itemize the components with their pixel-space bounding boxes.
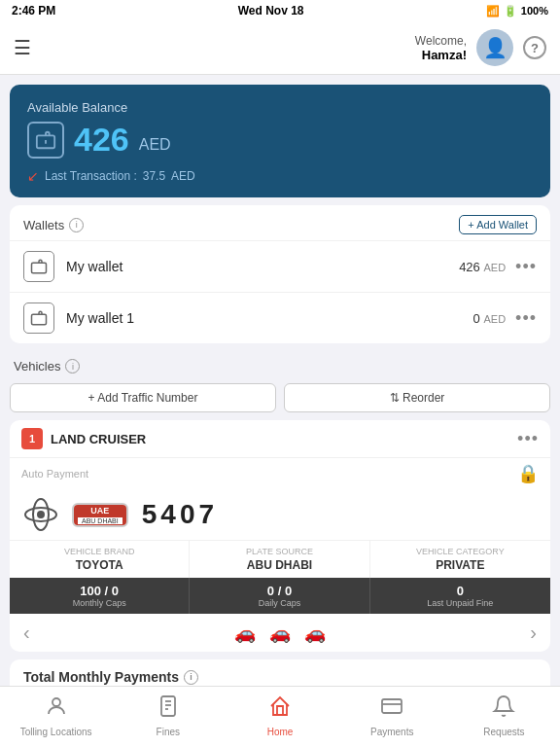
auto-payment-label: Auto Payment <box>21 468 88 480</box>
vehicle-category-value: PRIVATE <box>380 558 541 572</box>
balance-value: 426 <box>74 121 129 159</box>
wallet-item-icon-1 <box>23 302 54 334</box>
auto-payment-toggle-icon[interactable]: 🔒 <box>517 463 539 484</box>
vehicle-category-cell: Vehicle Category PRIVATE <box>370 541 550 578</box>
vehicle-name: LAND CRUISER <box>51 432 146 446</box>
last-tx-label: Last Transaction : <box>45 169 137 183</box>
svg-rect-3 <box>32 314 47 325</box>
plate-source-label: Plate Source <box>199 547 359 556</box>
hamburger-menu[interactable]: ☰ <box>14 36 31 59</box>
battery-icon: 🔋 <box>504 5 517 18</box>
wallets-title-area: Wallets i <box>23 218 84 232</box>
last-fine-label: Last Unpaid Fine <box>380 598 541 608</box>
wallet-menu-0[interactable]: ••• <box>515 257 537 277</box>
svg-rect-12 <box>382 699 402 713</box>
wallet-item-icon-0 <box>23 251 54 282</box>
monthly-caps-value: 100 / 0 <box>19 584 179 598</box>
nav-item-fines[interactable]: Fines <box>112 694 224 737</box>
vehicle-nav-next[interactable]: › <box>530 622 537 644</box>
status-time: 2:46 PM <box>12 4 55 18</box>
arrow-down-icon: ↙ <box>27 168 39 184</box>
nav-item-tolling[interactable]: Tolling Locations <box>0 694 112 737</box>
plate-number: 5407 <box>142 499 218 530</box>
wallet-menu-1[interactable]: ••• <box>515 308 537 329</box>
help-button[interactable]: ? <box>523 36 546 59</box>
balance-currency: AED <box>139 136 171 154</box>
vehicle-brand-value: TOYOTA <box>19 558 179 572</box>
nav-label-requests: Requests <box>483 727 524 737</box>
last-transaction: ↙ Last Transaction : 37.5 AED <box>27 168 533 184</box>
nav-item-requests[interactable]: Requests <box>448 694 560 737</box>
app-header: ☰ Welcome, Hamza! 👤 ? <box>0 21 560 75</box>
status-right: 📶 🔋 100% <box>486 5 548 18</box>
nav-item-payments[interactable]: Payments <box>336 694 448 737</box>
bottom-nav: Tolling Locations Fines Home <box>0 686 560 747</box>
wallet-icon-big <box>27 122 64 159</box>
payments-icon <box>380 694 403 724</box>
vehicle-nav-dots: 🚗 🚗 🚗 <box>234 622 326 644</box>
vehicle-nav-icon-1[interactable]: 🚗 <box>234 622 256 644</box>
add-wallet-button[interactable]: + Add Wallet <box>459 215 537 234</box>
wallet-balance-0: 426 AED <box>459 260 506 274</box>
daily-caps-label: Daily Caps <box>199 598 359 608</box>
balance-label: Available Balance <box>27 100 533 115</box>
svg-rect-8 <box>161 696 175 716</box>
svg-rect-2 <box>32 263 47 273</box>
wallet-item-left-0: My wallet <box>23 251 122 282</box>
vehicle-sequence-badge: 1 <box>21 428 43 449</box>
vehicles-info-icon[interactable]: i <box>65 359 80 374</box>
wallets-section: Wallets i + Add Wallet My wallet 426 AED <box>10 205 550 343</box>
avatar[interactable]: 👤 <box>476 29 513 66</box>
plate-badge: UAE ABU DHABI <box>72 503 128 527</box>
nav-item-home[interactable]: Home <box>224 694 335 737</box>
vehicle-category-label: Vehicle Category <box>380 547 541 556</box>
last-tx-currency: AED <box>171 169 195 183</box>
plate-source-cell: Plate Source ABU DHABI <box>190 541 369 578</box>
plate-emirate: ABU DHABI <box>78 517 122 524</box>
monthly-caps-label: Monthly Caps <box>19 598 179 608</box>
header-right: Welcome, Hamza! 👤 ? <box>415 29 546 66</box>
welcome-label: Welcome, <box>415 34 467 48</box>
home-icon <box>268 694 292 724</box>
wallet-item-1: My wallet 1 0 AED ••• <box>10 292 550 343</box>
battery-level: 100% <box>521 5 548 17</box>
plate-country: UAE <box>74 505 126 516</box>
wallet-item: My wallet 426 AED ••• <box>10 240 550 292</box>
vehicle-nav-icon-2[interactable]: 🚗 <box>269 622 291 644</box>
svg-point-7 <box>52 698 60 706</box>
status-bar: 2:46 PM Wed Nov 18 📶 🔋 100% <box>0 0 560 21</box>
vehicle-menu[interactable]: ••• <box>517 429 539 449</box>
status-date: Wed Nov 18 <box>238 4 304 18</box>
balance-amount: 426 AED <box>27 121 533 159</box>
vehicle-caps: 100 / 0 Monthly Caps 0 / 0 Daily Caps 0 … <box>10 578 550 614</box>
add-traffic-button[interactable]: + Add Traffic Number <box>10 383 276 412</box>
toyota-logo-icon <box>23 497 58 532</box>
wallet-balance-1: 0 AED <box>473 311 506 326</box>
last-tx-amount: 37.5 <box>143 169 165 183</box>
monthly-info-icon[interactable]: i <box>184 670 198 685</box>
vehicle-brand-cell: Vehicle Brand TOYOTA <box>10 541 190 578</box>
wallets-header: Wallets i + Add Wallet <box>10 205 550 240</box>
wifi-icon: 📶 <box>486 5 500 18</box>
fines-icon <box>157 694 180 724</box>
reorder-button[interactable]: ⇅ Reorder <box>284 383 550 412</box>
vehicle-card-header-left: 1 LAND CRUISER <box>21 428 146 449</box>
wallet-name-0: My wallet <box>66 259 122 274</box>
svg-point-6 <box>37 511 45 518</box>
wallets-title: Wallets <box>23 218 64 232</box>
nav-label-fines: Fines <box>157 727 180 737</box>
vehicles-title: Vehicles <box>14 359 60 374</box>
wallets-info-icon[interactable]: i <box>69 218 84 232</box>
monthly-title: Total Monthly Payments i <box>23 669 537 685</box>
vehicle-card-header: 1 LAND CRUISER ••• <box>10 420 550 458</box>
plate-source-value: ABU DHABI <box>199 558 359 572</box>
vehicle-nav: ‹ 🚗 🚗 🚗 › <box>10 614 550 652</box>
vehicles-section: Vehicles i + Add Traffic Number ⇅ Reorde… <box>0 351 560 652</box>
vehicles-header: Vehicles i <box>0 351 560 379</box>
vehicle-card: 1 LAND CRUISER ••• Auto Payment 🔒 <box>10 420 550 652</box>
auto-payment-row: Auto Payment 🔒 <box>10 458 550 489</box>
vehicle-nav-icon-3[interactable]: 🚗 <box>304 622 326 644</box>
monthly-caps-cell: 100 / 0 Monthly Caps <box>10 578 190 614</box>
vehicle-nav-prev[interactable]: ‹ <box>23 622 30 644</box>
wallet-item-right-1: 0 AED ••• <box>473 308 537 329</box>
